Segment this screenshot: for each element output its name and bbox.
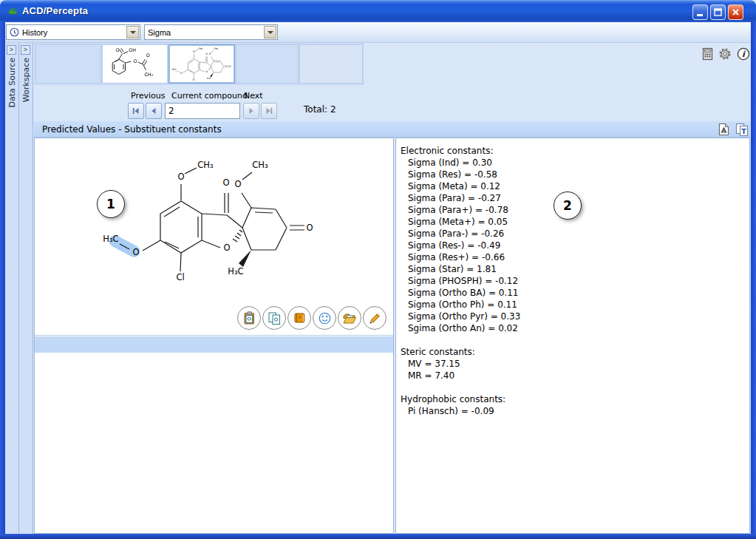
sidebar-tab-label: Workspace (21, 58, 31, 102)
history-clock-icon (10, 27, 19, 37)
smiles-input-button[interactable] (313, 306, 336, 330)
open-folder-icon (342, 311, 357, 325)
smiley-icon (318, 311, 332, 325)
window-title: ACD/Percepta (22, 5, 88, 16)
section-title: Predicted Values - Substituent constants (42, 124, 222, 135)
spacer (401, 334, 745, 346)
constant-value-line: Pi (Hansch) = -0.09 (401, 405, 745, 417)
copy-text-icon[interactable]: T (735, 123, 749, 136)
constant-value-line: Sigma (Ind) = 0.30 (401, 157, 745, 169)
info-icon[interactable]: i (735, 46, 752, 62)
spacer (401, 382, 745, 393)
constant-value-line: MR = 7.40 (401, 370, 745, 382)
copy-structure-icon (268, 311, 282, 325)
dictionary-button[interactable] (287, 306, 311, 330)
divider (35, 335, 393, 336)
sidebar-tab-label: Data Source (7, 58, 17, 108)
acd-percepta-window: ACD/Percepta History Sigma (0, 0, 756, 539)
calculator-icon[interactable] (699, 46, 715, 62)
constant-value-line: Sgima (Ortho An) = 0.02 (401, 322, 745, 334)
window-border (0, 534, 756, 539)
selected-row-highlight[interactable] (35, 336, 393, 353)
current-compound-input[interactable] (165, 103, 240, 119)
next-compound-button[interactable] (243, 103, 259, 119)
open-file-button[interactable] (338, 306, 361, 330)
constant-value-line: Sigma (Res+) = -0.66 (401, 251, 745, 263)
constant-value-line: Sigma (Meta) = 0.12 (401, 180, 745, 192)
substituent-constants-text: Electronic constants:Sigma (Ind) = 0.30S… (401, 145, 745, 417)
maximize-button[interactable] (710, 4, 726, 20)
constant-value-line: Sigma (Star) = 1.81 (401, 263, 745, 275)
constants-section-title: Hydrophobic constants: (401, 393, 745, 405)
predicted-values-header: Predicted Values - Substituent constants… (34, 121, 750, 138)
copy-structure-button[interactable] (262, 306, 286, 330)
title-bar: ACD/Percepta (0, 0, 756, 22)
paste-structure-button[interactable] (237, 306, 261, 330)
constant-value-line: Sigma (Ortho BA) = 0.11 (401, 287, 745, 299)
results-badge: 2 (554, 191, 582, 220)
pencil-icon (368, 311, 382, 325)
previous-label: Previous (131, 91, 166, 101)
edit-structure-button[interactable] (363, 306, 386, 330)
paste-structure-icon (242, 311, 256, 325)
constant-value-line: Sigma (Res-) = -0.49 (401, 240, 745, 251)
sidebar-tab-data-source[interactable]: > Data Source (5, 43, 19, 534)
svg-text:T: T (741, 127, 746, 135)
history-dropdown-arrow[interactable] (126, 26, 139, 38)
compound-thumbnail-strip (34, 43, 364, 85)
next-label: Next (244, 91, 263, 101)
expand-arrow-icon[interactable]: > (7, 45, 16, 55)
compound-thumbnail-2[interactable] (102, 44, 168, 84)
history-dropdown-value: History (19, 28, 126, 37)
expand-arrow-icon[interactable]: > (21, 45, 30, 55)
history-dropdown[interactable]: History (6, 24, 140, 40)
constant-value-line: Sigma (Res) = -0.58 (401, 169, 745, 180)
app-logo-icon (7, 6, 19, 17)
constant-value-line: Sigma (Ortho Pyr) = 0.33 (401, 311, 745, 322)
constants-section-title: Steric constants: (401, 346, 745, 358)
previous-compound-button[interactable] (146, 103, 162, 119)
window-border (751, 22, 756, 534)
last-compound-button[interactable] (261, 103, 277, 119)
total-count: Total: 2 (304, 104, 336, 115)
compound-navigator: Previous Current compound Next Total: 2 (34, 85, 750, 121)
compound-thumbnail-5 (299, 44, 363, 84)
compound-thumbnail-4 (236, 44, 299, 84)
current-compound-label: Current compound (171, 91, 248, 101)
settings-gear-icon[interactable] (717, 46, 733, 62)
constant-value-line: Sigma (Para-) = -0.26 (401, 228, 745, 240)
dictionary-book-icon (293, 311, 307, 325)
constant-value-line: Sigma (PHOSPH) = -0.12 (401, 275, 745, 287)
export-pdf-icon[interactable] (718, 123, 730, 136)
close-button[interactable] (728, 4, 743, 20)
compound-thumbnail-3[interactable] (168, 44, 235, 84)
compound-thumbnail-1 (35, 44, 101, 84)
window-border (0, 22, 5, 534)
module-dropdown-arrow[interactable] (264, 26, 276, 38)
constant-value-line: MV = 37.15 (401, 358, 745, 370)
structure-badge: 1 (97, 190, 125, 218)
module-dropdown-value: Sigma (145, 28, 263, 37)
constant-value-line: Sigma (Ortho Ph) = 0.11 (401, 299, 745, 311)
sidebar-tab-workspace[interactable]: > Workspace (19, 43, 33, 534)
first-compound-button[interactable] (128, 103, 144, 119)
module-dropdown[interactable]: Sigma (144, 24, 278, 40)
main-toolbar: History Sigma i (5, 22, 751, 43)
structure-canvas[interactable] (34, 138, 394, 335)
constants-section-title: Electronic constants: (401, 145, 745, 157)
minimize-button[interactable] (692, 4, 708, 20)
